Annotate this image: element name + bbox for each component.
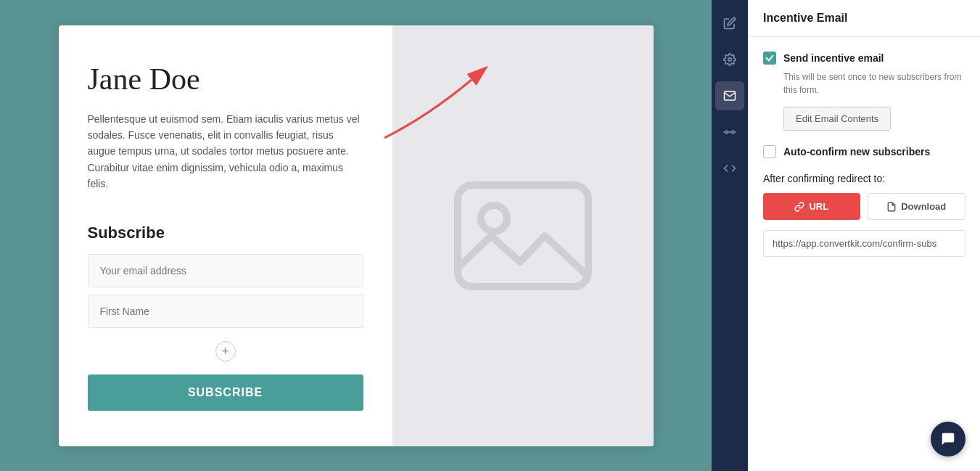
svg-point-4 xyxy=(725,131,728,134)
auto-confirm-label: Auto-confirm new subscribers xyxy=(783,146,930,157)
send-incentive-label: Send incentive email xyxy=(783,52,884,64)
redirect-url-input[interactable] xyxy=(763,230,965,257)
auto-confirm-row: Auto-confirm new subscribers xyxy=(763,145,965,158)
preview-area: Jane Doe Pellentesque ut euismod sem. Et… xyxy=(0,0,712,471)
subscribe-title: Subscribe xyxy=(88,224,363,242)
url-redirect-button[interactable]: URL xyxy=(763,193,860,220)
panel-body: Send incentive email This will be sent o… xyxy=(749,37,980,471)
form-card: Jane Doe Pellentesque ut euismod sem. Et… xyxy=(59,25,654,446)
submit-button[interactable]: SUBSCRIBE xyxy=(88,374,363,411)
code-icon-btn[interactable] xyxy=(715,154,744,183)
redirect-label: After confirming redirect to: xyxy=(763,173,965,184)
download-btn-label: Download xyxy=(901,201,946,212)
right-panel: Incentive Email Send incentive email Thi… xyxy=(748,0,980,471)
svg-point-5 xyxy=(732,131,735,134)
redirect-buttons: URL Download xyxy=(763,193,965,220)
svg-rect-0 xyxy=(458,185,588,287)
add-field-button[interactable]: + xyxy=(215,341,236,361)
form-left: Jane Doe Pellentesque ut euismod sem. Et… xyxy=(59,25,392,446)
svg-point-1 xyxy=(481,205,507,232)
auto-confirm-checkbox[interactable] xyxy=(763,145,776,158)
panel-title: Incentive Email xyxy=(749,0,980,37)
edit-icon-btn[interactable] xyxy=(715,9,744,38)
helper-text: This will be sent once to new subscriber… xyxy=(783,70,965,97)
send-incentive-checkbox[interactable] xyxy=(763,52,776,65)
form-description: Pellentesque ut euismod sem. Etiam iacul… xyxy=(88,111,363,192)
email-input[interactable] xyxy=(88,254,363,287)
add-field-row: + xyxy=(88,335,363,367)
url-btn-label: URL xyxy=(809,201,828,212)
svg-point-3 xyxy=(728,58,732,62)
email-icon-btn[interactable] xyxy=(715,81,744,110)
form-image-area xyxy=(392,25,654,446)
edit-email-button[interactable]: Edit Email Contents xyxy=(783,107,891,131)
download-redirect-button[interactable]: Download xyxy=(868,193,966,220)
chat-bubble[interactable] xyxy=(931,422,965,456)
form-title: Jane Doe xyxy=(88,62,363,97)
settings-icon-btn[interactable] xyxy=(715,45,744,74)
name-input[interactable] xyxy=(88,295,363,328)
image-placeholder xyxy=(421,134,625,337)
advanced-settings-icon-btn[interactable] xyxy=(715,118,744,147)
sidebar xyxy=(712,0,748,471)
send-incentive-row: Send incentive email xyxy=(763,52,965,65)
